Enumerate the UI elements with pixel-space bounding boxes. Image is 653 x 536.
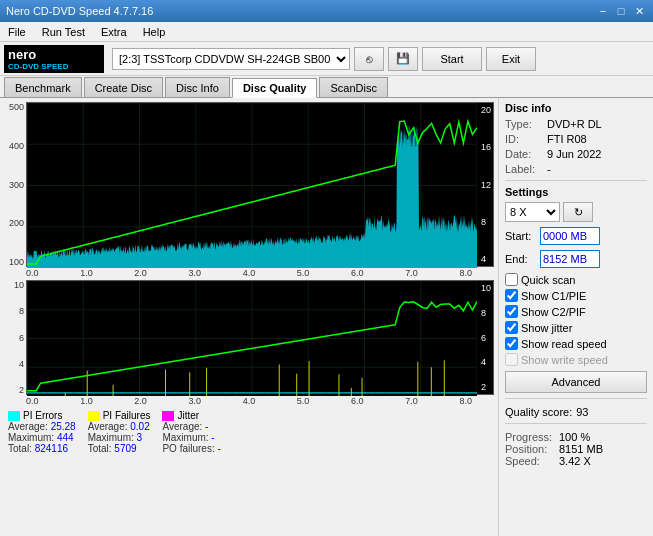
show-jitter-row: Show jitter <box>505 321 647 334</box>
pi-failures-total: 5709 <box>114 443 136 454</box>
progress-section: Progress: 100 % Position: 8151 MB Speed:… <box>505 431 647 467</box>
tab-create-disc[interactable]: Create Disc <box>84 77 163 97</box>
maximize-button[interactable]: □ <box>613 3 629 19</box>
show-read-speed-checkbox[interactable] <box>505 337 518 350</box>
po-failures-row: PO failures: - <box>162 443 220 454</box>
divider-2 <box>505 398 647 399</box>
end-mb-input[interactable]: 8152 MB <box>540 250 600 268</box>
show-c1-pie-label: Show C1/PIE <box>521 290 586 302</box>
speed-value: 3.42 X <box>559 455 591 467</box>
speed-refresh-button[interactable]: ↻ <box>563 202 593 222</box>
right-panel: Disc info Type: DVD+R DL ID: FTI R08 Dat… <box>498 98 653 536</box>
divider-1 <box>505 180 647 181</box>
disc-id-value: FTI R08 <box>547 133 587 145</box>
minimize-button[interactable]: − <box>595 3 611 19</box>
pi-errors-total: 824116 <box>35 443 68 454</box>
jitter-avg: - <box>205 421 208 432</box>
start-mb-label: Start: <box>505 230 537 242</box>
bottom-x-labels: 0.0 1.0 2.0 3.0 4.0 5.0 6.0 7.0 8.0 <box>4 396 494 406</box>
tabs: Benchmark Create Disc Disc Info Disc Qua… <box>0 76 653 98</box>
disc-date-row: Date: 9 Jun 2022 <box>505 148 647 160</box>
speed-selector[interactable]: 8 X <box>505 202 560 222</box>
top-y-left-3: 200 <box>9 218 24 228</box>
disc-label-value: - <box>547 163 551 175</box>
disc-id-label: ID: <box>505 133 543 145</box>
pi-errors-total-row: Total: 824116 <box>8 443 76 454</box>
close-button[interactable]: ✕ <box>631 3 647 19</box>
jitter-label: Jitter <box>177 410 199 421</box>
show-jitter-checkbox[interactable] <box>505 321 518 334</box>
show-write-speed-label: Show write speed <box>521 354 608 366</box>
eject-button[interactable]: ⎋ <box>354 47 384 71</box>
main-content: 500 400 300 200 100 20 16 12 8 4 <box>0 98 653 536</box>
start-mb-input[interactable]: 0000 MB <box>540 227 600 245</box>
top-y-right: 20 16 12 8 4 <box>481 103 491 266</box>
menu-run-test[interactable]: Run Test <box>38 25 89 39</box>
disc-label-label: Label: <box>505 163 543 175</box>
tab-scan-disc[interactable]: ScanDisc <box>319 77 387 97</box>
show-write-speed-checkbox <box>505 353 518 366</box>
pi-errors-avg-row: Average: 25.28 <box>8 421 76 432</box>
advanced-button[interactable]: Advanced <box>505 371 647 393</box>
quality-score-label: Quality score: <box>505 406 572 418</box>
disc-type-label: Type: <box>505 118 543 130</box>
show-c2-pif-row: Show C2/PIF <box>505 305 647 318</box>
menu-extra[interactable]: Extra <box>97 25 131 39</box>
jitter-max: - <box>211 432 214 443</box>
top-y-left-1: 400 <box>9 141 24 151</box>
show-read-speed-label: Show read speed <box>521 338 607 350</box>
top-x-labels: 0.0 1.0 2.0 3.0 4.0 5.0 6.0 7.0 8.0 <box>4 268 494 278</box>
pi-failures-avg: 0.02 <box>130 421 149 432</box>
position-value: 8151 MB <box>559 443 603 455</box>
start-mb-row: Start: 0000 MB <box>505 227 647 245</box>
bot-y-left-4: 2 <box>19 385 24 395</box>
end-mb-row: End: 8152 MB <box>505 250 647 268</box>
quality-score-row: Quality score: 93 <box>505 406 647 418</box>
app-title: Nero CD-DVD Speed 4.7.7.16 <box>6 5 153 17</box>
disc-date-label: Date: <box>505 148 543 160</box>
position-label: Position: <box>505 443 555 455</box>
title-bar-controls: − □ ✕ <box>595 3 647 19</box>
top-y-left-2: 300 <box>9 180 24 190</box>
disc-label-row: Label: - <box>505 163 647 175</box>
tab-disc-quality[interactable]: Disc Quality <box>232 78 318 98</box>
bot-y-left-0: 10 <box>14 280 24 290</box>
tab-benchmark[interactable]: Benchmark <box>4 77 82 97</box>
disc-date-value: 9 Jun 2022 <box>547 148 601 160</box>
title-bar: Nero CD-DVD Speed 4.7.7.16 − □ ✕ <box>0 0 653 22</box>
tab-disc-info[interactable]: Disc Info <box>165 77 230 97</box>
legend-jitter: Jitter Average: - Maximum: - PO failures… <box>162 410 220 454</box>
speed-row-prog: Speed: 3.42 X <box>505 455 647 467</box>
bot-y-left-3: 4 <box>19 359 24 369</box>
start-button[interactable]: Start <box>422 47 482 71</box>
show-c2-pif-checkbox[interactable] <box>505 305 518 318</box>
quick-scan-label: Quick scan <box>521 274 575 286</box>
menu-file[interactable]: File <box>4 25 30 39</box>
save-button[interactable]: 💾 <box>388 47 418 71</box>
nero-logo: nero CD-DVD SPEED <box>4 45 104 73</box>
pi-errors-label: PI Errors <box>23 410 62 421</box>
pi-failures-color <box>88 411 100 421</box>
disc-type-row: Type: DVD+R DL <box>505 118 647 130</box>
settings-title: Settings <box>505 186 647 198</box>
show-read-speed-row: Show read speed <box>505 337 647 350</box>
menu-bar: File Run Test Extra Help <box>0 22 653 42</box>
disc-id-row: ID: FTI R08 <box>505 133 647 145</box>
show-jitter-label: Show jitter <box>521 322 572 334</box>
progress-row: Progress: 100 % <box>505 431 647 443</box>
top-y-left-4: 100 <box>9 257 24 267</box>
show-c1-pie-checkbox[interactable] <box>505 289 518 302</box>
pi-errors-max: 444 <box>57 432 74 443</box>
quick-scan-checkbox[interactable] <box>505 273 518 286</box>
jitter-max-row: Maximum: - <box>162 432 220 443</box>
quick-scan-row: Quick scan <box>505 273 647 286</box>
drive-selector[interactable]: [2:3] TSSTcorp CDDVDW SH-224GB SB00 <box>112 48 350 70</box>
pi-failures-max-row: Maximum: 3 <box>88 432 151 443</box>
exit-button[interactable]: Exit <box>486 47 536 71</box>
bot-y-left-2: 6 <box>19 333 24 343</box>
pi-errors-max-row: Maximum: 444 <box>8 432 76 443</box>
jitter-avg-row: Average: - <box>162 421 220 432</box>
bottom-y-right: 10 8 6 4 2 <box>481 281 491 394</box>
menu-help[interactable]: Help <box>139 25 170 39</box>
position-row: Position: 8151 MB <box>505 443 647 455</box>
